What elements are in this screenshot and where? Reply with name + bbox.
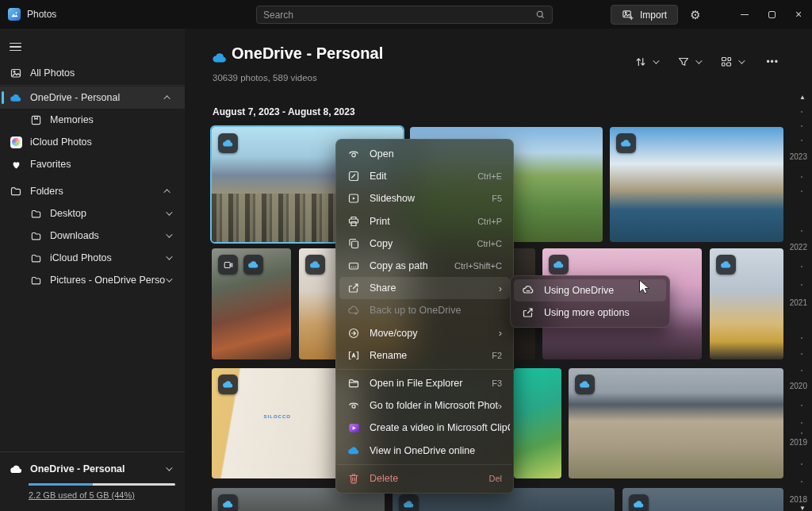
menu-item-move-copy[interactable]: Move/copy ›: [339, 322, 510, 344]
search-box[interactable]: [256, 6, 553, 24]
sidebar-item-label: Desktop: [50, 208, 166, 219]
onedrive-badge-icon: [218, 375, 238, 394]
timeline-scrubber[interactable]: ▲ 2023 2022 2021 2020 2019 2018 ▼: [788, 29, 812, 511]
clipchamp-icon: [347, 421, 360, 434]
date-group-header: August 7, 2023 - August 8, 2023: [213, 106, 355, 117]
onedrive-badge-icon: [399, 494, 419, 511]
chevron-down-icon[interactable]: [653, 57, 660, 63]
sidebar-item-label: Pictures - OneDrive Personal: [50, 275, 166, 286]
more-options-button[interactable]: •••: [763, 56, 782, 67]
sidebar-item-memories[interactable]: Memories: [0, 109, 185, 131]
import-label: Import: [640, 10, 667, 21]
sidebar-item-label: Downloads: [50, 230, 166, 241]
menu-item-rename[interactable]: Rename F2: [339, 344, 510, 367]
filter-button[interactable]: [677, 52, 690, 71]
timeline-year[interactable]: 2021: [790, 298, 807, 307]
close-icon: ×: [795, 8, 802, 21]
maximize-button[interactable]: [758, 0, 785, 29]
menu-item-edit[interactable]: Edit Ctrl+E: [339, 165, 510, 187]
submenu-arrow-icon: ›: [499, 283, 502, 294]
menu-item-copy-as-path[interactable]: Copy as path Ctrl+Shift+C: [339, 255, 510, 277]
onedrive-badge-icon: [716, 255, 736, 275]
cloud-icon: [10, 463, 24, 476]
sidebar-item-label: iCloud Photos: [50, 252, 166, 263]
photos-app-icon: [8, 8, 21, 21]
folder-icon: [29, 252, 42, 264]
icloud-photos-icon: [10, 136, 22, 148]
sidebar-item-label: Favorites: [30, 159, 185, 170]
sidebar-item-onedrive-personal[interactable]: OneDrive - Personal: [0, 86, 185, 109]
menu-item-open-file-explorer[interactable]: Open in File Explorer F3: [339, 372, 510, 394]
photo-thumbnail[interactable]: [710, 248, 783, 359]
sidebar-item-label: Memories: [50, 114, 185, 125]
eye-icon: [347, 399, 360, 412]
menu-item-clipchamp[interactable]: Create a video in Microsoft ClipChamp: [339, 417, 510, 439]
photo-thumbnail[interactable]: [569, 368, 783, 478]
folder-icon: [10, 185, 22, 198]
edit-icon: [347, 170, 360, 182]
submenu-arrow-icon: ›: [499, 401, 502, 411]
menu-item-open[interactable]: Open: [339, 143, 510, 165]
sidebar-item-folders[interactable]: Folders: [0, 180, 185, 202]
collection-stats: 30639 photos, 589 videos: [213, 73, 317, 83]
menu-item-slideshow[interactable]: Slideshow F5: [339, 187, 510, 209]
folder-icon: [29, 229, 42, 242]
sidebar-item-label: OneDrive - Personal: [30, 92, 166, 103]
submenu-item-using-more-options[interactable]: Using more options: [514, 302, 666, 324]
close-button[interactable]: ×: [785, 0, 812, 29]
sort-button[interactable]: [634, 52, 647, 71]
timeline-year[interactable]: 2019: [790, 438, 807, 447]
settings-button[interactable]: ⚙: [684, 5, 707, 25]
chevron-down-icon[interactable]: [166, 464, 172, 471]
photo-thumbnail[interactable]: [514, 368, 561, 478]
menu-item-print[interactable]: Print Ctrl+P: [339, 210, 510, 232]
file-explorer-icon: [347, 377, 360, 390]
chevron-down-icon[interactable]: [696, 57, 703, 63]
menu-item-go-to-folder[interactable]: Go to folder in Microsoft Photos ›: [339, 394, 510, 417]
sidebar-item-icloud-photos-folder[interactable]: iCloud Photos: [0, 247, 185, 269]
copy-icon: [347, 237, 360, 250]
view-options-button[interactable]: [720, 52, 733, 71]
gallery-toolbar: •••: [634, 52, 782, 71]
search-input[interactable]: [263, 10, 535, 21]
photo-thumbnail[interactable]: [622, 488, 783, 511]
sidebar: All Photos OneDrive - Personal Memories …: [0, 29, 185, 511]
photo-thumbnail[interactable]: [212, 248, 291, 359]
timeline-year[interactable]: 2018: [790, 495, 807, 504]
onedrive-badge-icon: [549, 255, 569, 275]
storage-progress-bar: [29, 483, 175, 486]
open-icon: [347, 148, 360, 160]
folder-icon: [29, 274, 42, 286]
import-button[interactable]: Import: [611, 5, 678, 25]
menu-item-copy[interactable]: Copy Ctrl+C: [339, 232, 510, 255]
onedrive-badge-icon: [616, 133, 636, 153]
sidebar-item-favorites[interactable]: Favorites: [0, 153, 185, 175]
minimize-icon: [741, 14, 749, 15]
menu-item-share[interactable]: Share ›: [339, 277, 510, 299]
folder-icon: [29, 207, 42, 220]
minimize-button[interactable]: [731, 0, 758, 29]
sidebar-item-pictures-onedrive[interactable]: Pictures - OneDrive Personal: [0, 269, 185, 291]
storage-usage-link[interactable]: 2.2 GB used of 5 GB (44%): [29, 490, 175, 500]
menu-item-delete[interactable]: Delete Del: [339, 467, 510, 490]
search-icon: [535, 10, 546, 20]
timeline-year[interactable]: 2022: [790, 243, 807, 252]
sidebar-item-icloud-photos[interactable]: iCloud Photos: [0, 131, 185, 153]
print-icon: [347, 215, 360, 228]
sidebar-item-all-photos[interactable]: All Photos: [0, 62, 185, 84]
menu-item-view-onedrive-online[interactable]: View in OneDrive online: [339, 439, 510, 461]
sidebar-item-downloads[interactable]: Downloads: [0, 225, 185, 247]
menu-toggle-button[interactable]: [8, 36, 36, 57]
onedrive-badge-icon: [218, 494, 238, 511]
timeline-year[interactable]: 2020: [790, 382, 807, 390]
chevron-down-icon[interactable]: [739, 57, 745, 63]
photo-thumbnail[interactable]: [610, 127, 783, 242]
gear-icon: ⚙: [690, 8, 700, 22]
sidebar-item-desktop[interactable]: Desktop: [0, 202, 185, 225]
timeline-down-icon[interactable]: ▼: [799, 505, 806, 511]
slideshow-icon: [347, 192, 360, 205]
timeline-up-icon[interactable]: ▲: [799, 94, 806, 101]
timeline-year[interactable]: 2023: [790, 152, 807, 161]
app-title: Photos: [27, 9, 56, 20]
titlebar: Photos Import ⚙ ×: [0, 0, 812, 29]
